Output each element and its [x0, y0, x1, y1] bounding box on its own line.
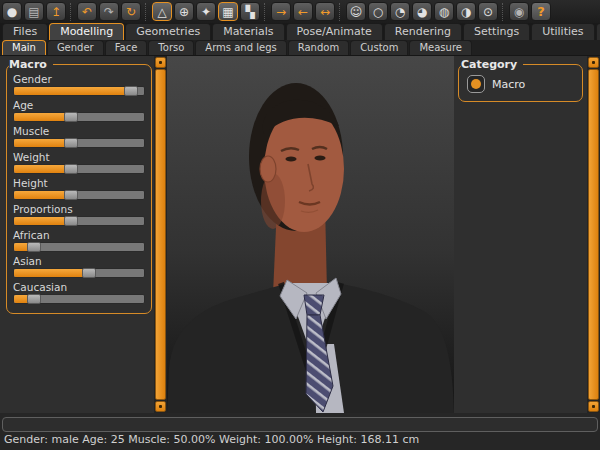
tab[interactable]: Utilities — [531, 23, 594, 40]
macro-slider[interactable]: Gender — [13, 73, 145, 96]
macro-panel: Macro Gender Age Muscle Weight Height — [0, 56, 154, 413]
slider-track[interactable] — [13, 138, 145, 148]
slider-track[interactable] — [13, 242, 145, 252]
tab[interactable]: Custom — [350, 40, 408, 55]
grid-icon[interactable]: ▦ — [218, 2, 238, 21]
left-scrollbar-down-button[interactable] — [155, 401, 166, 412]
macro-slider[interactable]: Asian — [13, 255, 145, 278]
slider-fill — [14, 217, 71, 225]
profile-view-icon[interactable]: ◕ — [412, 2, 432, 21]
front-view-icon[interactable]: ☺ — [346, 2, 366, 21]
slider-label: Muscle — [13, 125, 145, 137]
tab[interactable]: Face — [105, 40, 148, 55]
background-icon[interactable]: ▚ — [240, 2, 260, 21]
side-view-icon[interactable]: ◔ — [390, 2, 410, 21]
makehuman-window: ● ▤ ↥ ↶ ↷ ↻ △ ⊕ ✦ ▦ ▚ → ← ↔ ☺ ○ ◔ ◕ ◍ ◑ … — [0, 0, 600, 450]
progress-bar — [2, 417, 598, 432]
character-render — [167, 56, 454, 413]
slider-track[interactable] — [13, 164, 145, 174]
slider-handle[interactable] — [64, 164, 78, 174]
slider-handle[interactable] — [82, 268, 96, 278]
wireframe-icon[interactable]: ⊕ — [174, 2, 194, 21]
slider-fill — [14, 191, 71, 199]
right-scrollbar-up-button[interactable] — [588, 57, 599, 68]
right-scrollbar[interactable] — [587, 56, 600, 413]
save-icon[interactable]: ▤ — [24, 2, 44, 21]
slider-handle[interactable] — [64, 138, 78, 148]
tab[interactable]: Measure — [409, 40, 472, 55]
symmetry-right-icon[interactable]: → — [271, 2, 291, 21]
undo-icon[interactable]: ↶ — [77, 2, 97, 21]
new-mesh-icon[interactable]: ● — [2, 2, 22, 21]
tab[interactable]: Help — [596, 23, 600, 40]
slider-track[interactable] — [13, 86, 145, 96]
symmetry-left-icon[interactable]: ← — [293, 2, 313, 21]
tab[interactable]: Random — [288, 40, 349, 55]
back-view-icon[interactable]: ○ — [368, 2, 388, 21]
tab[interactable]: Files — [2, 23, 48, 40]
category-item[interactable]: Macro — [465, 73, 576, 95]
tab[interactable]: Modelling — [49, 23, 124, 40]
macro-slider[interactable]: Weight — [13, 151, 145, 174]
category-panel: Category Macro — [454, 56, 587, 413]
slider-handle[interactable] — [27, 294, 41, 304]
main-body: Macro Gender Age Muscle Weight Height — [0, 56, 600, 413]
pose-icon[interactable]: ✦ — [196, 2, 216, 21]
reset-icon[interactable]: ↻ — [121, 2, 141, 21]
slider-handle[interactable] — [124, 86, 138, 96]
slider-track[interactable] — [13, 268, 145, 278]
left-scrollbar-thumb[interactable] — [155, 69, 166, 400]
viewport-3d[interactable] — [167, 56, 454, 413]
redo-icon[interactable]: ↷ — [99, 2, 119, 21]
menu-tab-bar: FilesModellingGeometriesMaterialsPose/An… — [0, 23, 600, 40]
slider-handle[interactable] — [27, 242, 41, 252]
right-scrollbar-thumb[interactable] — [588, 69, 599, 400]
toolbar: ● ▤ ↥ ↶ ↷ ↻ △ ⊕ ✦ ▦ ▚ → ← ↔ ☺ ○ ◔ ◕ ◍ ◑ … — [0, 0, 600, 23]
slider-handle[interactable] — [64, 216, 78, 226]
macro-slider[interactable]: African — [13, 229, 145, 252]
slider-fill — [14, 139, 71, 147]
symmetry-icon[interactable]: ↔ — [315, 2, 335, 21]
top-view-icon[interactable]: ◍ — [434, 2, 454, 21]
tab[interactable]: Pose/Animate — [286, 23, 383, 40]
macro-slider[interactable]: Age — [13, 99, 145, 122]
smooth-icon[interactable]: △ — [152, 2, 172, 21]
grab-screen-icon[interactable]: ◉ — [509, 2, 529, 21]
macro-slider[interactable]: Muscle — [13, 125, 145, 148]
macro-slider[interactable]: Height — [13, 177, 145, 200]
toolbar-separator — [264, 3, 267, 21]
zoom-fit-icon[interactable]: ⊙ — [478, 2, 498, 21]
macro-slider[interactable]: Caucasian — [13, 281, 145, 304]
radio-icon[interactable] — [467, 75, 485, 93]
slider-track[interactable] — [13, 112, 145, 122]
slider-track[interactable] — [13, 216, 145, 226]
slider-handle[interactable] — [64, 112, 78, 122]
macro-slider-group: Macro Gender Age Muscle Weight Height — [6, 58, 152, 314]
slider-label: Age — [13, 99, 145, 111]
slider-fill — [14, 87, 131, 95]
macro-slider[interactable]: Proportions — [13, 203, 145, 226]
sub-tab-bar: MainGenderFaceTorsoArms and legsRandomCu… — [0, 40, 600, 56]
left-scrollbar-up-button[interactable] — [155, 57, 166, 68]
slider-label: Height — [13, 177, 145, 189]
tab[interactable]: Materials — [212, 23, 284, 40]
tab[interactable]: Main — [2, 40, 46, 55]
slider-handle[interactable] — [64, 190, 78, 200]
help-icon[interactable]: ? — [531, 2, 551, 21]
slider-track[interactable] — [13, 294, 145, 304]
split-view-icon[interactable]: ◑ — [456, 2, 476, 21]
load-icon[interactable]: ↥ — [46, 2, 66, 21]
tab[interactable]: Gender — [47, 40, 104, 55]
tab[interactable]: Geometries — [125, 23, 211, 40]
right-scrollbar-down-button[interactable] — [588, 401, 599, 412]
slider-fill — [14, 269, 89, 277]
tab[interactable]: Settings — [463, 23, 530, 40]
tab[interactable]: Torso — [148, 40, 194, 55]
slider-label: Weight — [13, 151, 145, 163]
left-scrollbar[interactable] — [154, 56, 167, 413]
slider-track[interactable] — [13, 190, 145, 200]
tab[interactable]: Rendering — [384, 23, 462, 40]
slider-label: Proportions — [13, 203, 145, 215]
slider-label: Caucasian — [13, 281, 145, 293]
tab[interactable]: Arms and legs — [195, 40, 286, 55]
